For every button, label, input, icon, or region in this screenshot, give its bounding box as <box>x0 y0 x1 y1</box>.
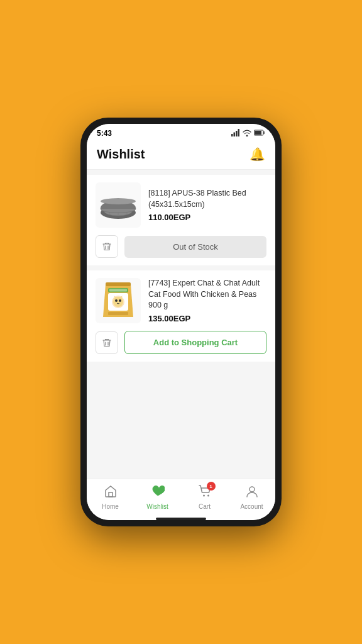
svg-point-13 <box>101 198 136 204</box>
page-title: Wishlist <box>97 147 145 162</box>
product-row-bed: [8118] APUS-38 Plastic Bed (45x31.5x15cm… <box>96 182 266 228</box>
svg-point-17 <box>113 297 123 307</box>
wishlist-label: Wishlist <box>146 503 168 510</box>
nav-home[interactable]: Home <box>92 484 129 510</box>
wishlist-item-catfood: [7743] Expert Chat & Chat Adult Cat Food… <box>87 270 275 362</box>
svg-rect-2 <box>236 131 238 136</box>
svg-point-25 <box>207 495 209 497</box>
wishlist-item-bed: [8118] APUS-38 Plastic Bed (45x31.5x15cm… <box>87 175 275 265</box>
phone-screen: 5:43 <box>87 124 275 520</box>
cart-icon: 1 <box>198 484 212 501</box>
svg-point-24 <box>203 495 205 497</box>
action-row-catfood: Add to Shopping Cart <box>96 331 266 354</box>
cart-label: Cart <box>199 503 211 510</box>
nav-account[interactable]: Account <box>233 484 271 510</box>
product-name-catfood: [7743] Expert Chat & Chat Adult Cat Food… <box>148 278 266 311</box>
svg-rect-14 <box>106 282 131 286</box>
nav-cart[interactable]: 1 Cart <box>186 484 224 510</box>
svg-rect-0 <box>231 134 233 136</box>
product-name-bed: [8118] APUS-38 Plastic Bed (45x31.5x15cm… <box>148 188 266 210</box>
wishlist-icon <box>151 484 165 501</box>
product-info-bed: [8118] APUS-38 Plastic Bed (45x31.5x15cm… <box>148 188 266 222</box>
svg-rect-3 <box>238 129 240 136</box>
phone-frame: 5:43 <box>80 118 282 526</box>
status-time: 5:43 <box>97 129 112 138</box>
product-image-bed <box>96 182 141 228</box>
account-label: Account <box>240 503 263 510</box>
trash-icon-catfood <box>102 338 112 348</box>
out-of-stock-button: Out of Stock <box>124 236 266 258</box>
bottom-navigation: Home Wishlist 1 <box>87 479 275 518</box>
page-header: Wishlist 🔔 <box>87 140 275 170</box>
action-row-bed: Out of Stock <box>96 235 266 258</box>
product-info-catfood: [7743] Expert Chat & Chat Adult Cat Food… <box>148 278 266 323</box>
status-bar: 5:43 <box>87 124 275 140</box>
catfood-image-svg <box>99 279 137 322</box>
product-price-bed: 110.00EGP <box>148 213 266 222</box>
svg-rect-5 <box>255 131 261 135</box>
delete-button-bed[interactable] <box>96 235 118 258</box>
svg-point-18 <box>115 299 118 302</box>
battery-icon <box>254 130 265 137</box>
wifi-icon <box>243 130 251 138</box>
svg-point-19 <box>119 299 121 302</box>
signal-icon <box>231 129 240 138</box>
nav-wishlist[interactable]: Wishlist <box>139 484 177 510</box>
svg-rect-22 <box>108 312 128 315</box>
wishlist-content: [8118] APUS-38 Plastic Bed (45x31.5x15cm… <box>87 170 275 479</box>
svg-point-26 <box>250 487 255 492</box>
notification-icon[interactable]: 🔔 <box>250 147 265 162</box>
cart-badge: 1 <box>207 482 216 491</box>
home-icon <box>104 484 118 501</box>
add-to-cart-button[interactable]: Add to Shopping Cart <box>124 331 266 354</box>
bed-image-svg <box>97 189 140 221</box>
trash-icon-bed <box>102 242 112 252</box>
svg-rect-23 <box>109 492 112 497</box>
product-price-catfood: 135.00EGP <box>148 314 266 323</box>
home-label: Home <box>102 503 119 510</box>
delete-button-catfood[interactable] <box>96 331 118 354</box>
home-indicator-line <box>156 518 206 520</box>
status-icons <box>231 129 265 138</box>
account-icon <box>245 484 259 501</box>
svg-rect-21 <box>109 289 127 292</box>
product-row-catfood: [7743] Expert Chat & Chat Adult Cat Food… <box>96 278 266 323</box>
product-image-catfood <box>96 278 141 323</box>
home-indicator <box>87 518 275 520</box>
svg-rect-1 <box>234 133 236 137</box>
